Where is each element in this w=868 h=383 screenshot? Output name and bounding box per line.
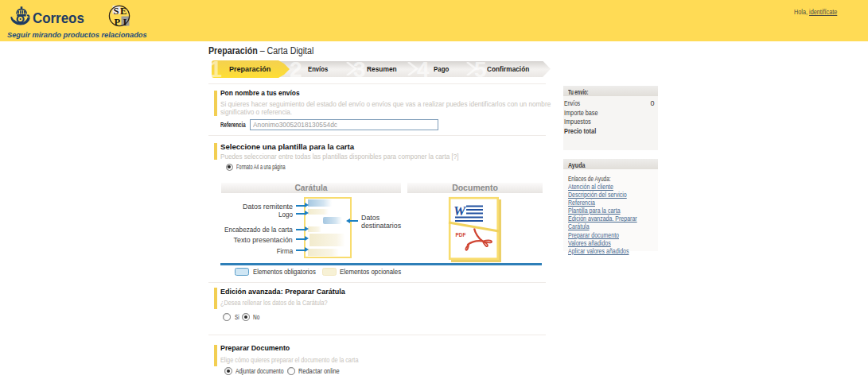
svg-text:P: P — [115, 17, 121, 28]
svg-text:S: S — [114, 6, 119, 17]
svg-text:E: E — [120, 6, 127, 17]
svg-text:I: I — [123, 17, 127, 28]
svg-text:PDF: PDF — [456, 232, 466, 238]
svg-text:W: W — [453, 203, 467, 219]
